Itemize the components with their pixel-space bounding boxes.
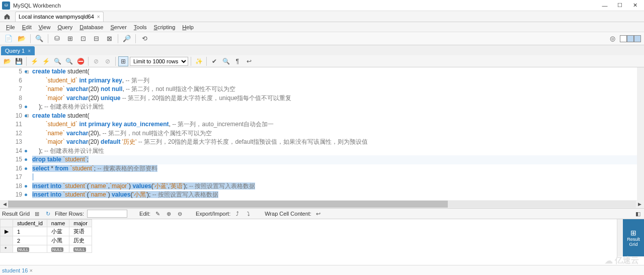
explain-current-button[interactable]: 🔍: [64, 56, 74, 66]
export-icon[interactable]: ⤴: [233, 210, 242, 218]
commit-button[interactable]: ⊘: [91, 56, 101, 66]
query-tab[interactable]: Query 1 ×: [1, 46, 35, 55]
find-button[interactable]: ✔: [209, 56, 219, 66]
delete-row-icon[interactable]: ⊖: [176, 210, 184, 218]
stop-button[interactable]: ⛔: [75, 56, 86, 66]
panel-collapse-icon[interactable]: ◧: [634, 210, 642, 218]
result-toolbar: Result Grid ⊞ ↻ Filter Rows: Edit: ✎ ⊕ ⊖…: [0, 208, 644, 219]
app-icon: ⛁: [2, 2, 10, 10]
wrap-toggle-button[interactable]: ↩: [244, 56, 254, 66]
menu-scripting[interactable]: Scripting: [151, 23, 179, 31]
menu-database[interactable]: Database: [76, 23, 106, 31]
result-grid-label: Result Grid: [2, 211, 30, 217]
main-toolbar: 📄 📂 🔍 ⛁ ⊞ ⊡ ⊟ ⊠ 🔎 ⟲ ◎: [0, 32, 644, 45]
result-grid-icon[interactable]: ⊞: [33, 210, 41, 218]
close-icon[interactable]: ×: [28, 48, 31, 54]
result-grid-side-button[interactable]: ⊞ Result Grid: [623, 219, 644, 256]
invisible-chars-button[interactable]: ¶: [232, 56, 243, 66]
menu-file[interactable]: File: [3, 23, 18, 31]
filter-rows-label: Filter Rows:: [55, 211, 84, 217]
column-header[interactable]: student_id: [13, 220, 47, 227]
scroll-right-button[interactable]: ▶: [636, 201, 643, 208]
column-header[interactable]: major: [69, 220, 92, 227]
rollback-button[interactable]: ⊘: [103, 56, 113, 66]
beautify-button[interactable]: ✨: [194, 56, 204, 66]
side-panel-label: Result Grid: [627, 237, 640, 247]
inspector-button[interactable]: 🔍: [34, 33, 45, 44]
new-table-button[interactable]: ⊞: [64, 33, 75, 44]
wrap-toggle-icon[interactable]: ↩: [314, 210, 323, 218]
connection-tab-label: Local instance wampmysqld64: [19, 14, 94, 20]
new-sql-tab-button[interactable]: 📄: [3, 33, 14, 44]
scroll-left-button[interactable]: ◀: [1, 201, 8, 208]
save-file-button[interactable]: 💾: [14, 56, 24, 66]
watermark: ☁亿速云: [605, 255, 639, 266]
table-row[interactable]: ▶1小蓝英语: [1, 227, 92, 236]
search-button[interactable]: 🔎: [121, 33, 132, 44]
execute-current-button[interactable]: ⚡: [41, 56, 51, 66]
result-grid[interactable]: student_idnamemajor▶1小蓝英语2小黑历史*NULLNULLN…: [0, 219, 92, 253]
filter-rows-input[interactable]: [87, 210, 127, 218]
column-header[interactable]: name: [47, 220, 69, 227]
menu-view[interactable]: View: [36, 23, 54, 31]
vertical-scrollbar[interactable]: [637, 67, 644, 200]
home-icon: [4, 13, 11, 20]
query-tab-label: Query 1: [5, 48, 25, 54]
window-close-button[interactable]: ✕: [628, 1, 642, 10]
refresh-icon[interactable]: ↻: [44, 210, 52, 218]
connection-tab[interactable]: Local instance wampmysqld64 ×: [15, 12, 104, 22]
horizontal-scrollbar[interactable]: ◀ ▶: [0, 200, 644, 208]
limit-rows-select[interactable]: Limit to 1000 rows: [130, 57, 188, 66]
execute-button[interactable]: ⚡: [29, 56, 39, 66]
home-button[interactable]: [1, 12, 13, 22]
connection-tabbar: Local instance wampmysqld64 ×: [0, 11, 644, 22]
edit-icon[interactable]: ✎: [153, 210, 162, 218]
reconnect-button[interactable]: ⟲: [139, 33, 150, 44]
explain-button[interactable]: 🔍: [52, 56, 62, 66]
edit-label: Edit:: [139, 211, 150, 217]
new-function-button[interactable]: ⊠: [104, 33, 115, 44]
table-row[interactable]: 2小黑历史: [1, 236, 92, 245]
statusbar: student 16 ×: [0, 265, 644, 275]
close-icon[interactable]: ×: [97, 14, 100, 20]
editor-toolbar: 📂 💾 ⚡ ⚡ 🔍 🔍 ⛔ ⊘ ⊘ ⊞ Limit to 1000 rows ✨…: [0, 55, 644, 67]
sql-editor[interactable]: 5678910111213141516171819 ⊟⊟ create tabl…: [0, 67, 644, 200]
menu-tools[interactable]: Tools: [131, 23, 150, 31]
menu-help[interactable]: Help: [179, 23, 197, 31]
window-titlebar: ⛁ MySQL Workbench — ☐ ✕: [0, 0, 644, 11]
wrap-label: Wrap Cell Content:: [265, 211, 311, 217]
open-sql-button[interactable]: 📂: [16, 33, 27, 44]
menu-edit[interactable]: Edit: [19, 23, 35, 31]
side-panel-splitter[interactable]: [617, 219, 623, 256]
settings-button[interactable]: ◎: [607, 33, 618, 44]
menubar: FileEditViewQueryDatabaseServerToolsScri…: [0, 22, 644, 32]
status-tab[interactable]: student 16 ×: [2, 267, 33, 273]
table-row[interactable]: *NULLNULLNULL: [1, 245, 92, 253]
query-tabbar: Query 1 ×: [0, 45, 644, 55]
export-import-label: Export/Import:: [196, 211, 230, 217]
new-view-button[interactable]: ⊡: [77, 33, 89, 44]
minimize-button[interactable]: —: [598, 1, 612, 10]
window-title: MySQL Workbench: [13, 3, 598, 9]
new-procedure-button[interactable]: ⊟: [91, 33, 102, 44]
menu-server[interactable]: Server: [107, 23, 129, 31]
menu-query[interactable]: Query: [54, 23, 75, 31]
panel-toggle[interactable]: [620, 35, 641, 42]
maximize-button[interactable]: ☐: [613, 1, 627, 10]
new-schema-button[interactable]: ⛁: [51, 33, 62, 44]
import-icon[interactable]: ⤵: [245, 210, 253, 218]
open-file-button[interactable]: 📂: [2, 56, 12, 66]
autocommit-toggle[interactable]: ⊞: [118, 56, 128, 66]
find-replace-button[interactable]: 🔍: [221, 56, 231, 66]
insert-row-icon[interactable]: ⊕: [165, 210, 173, 218]
